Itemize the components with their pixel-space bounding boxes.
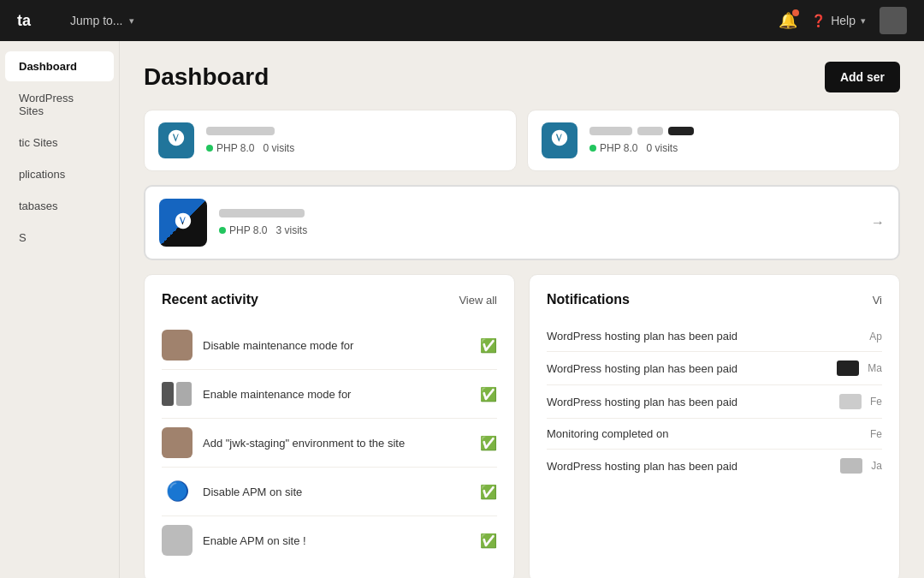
sites-grid: PHP 8.0 0 visits — [144, 110, 900, 171]
help-button[interactable]: ❓ Help ▾ — [811, 14, 866, 27]
activity-thumb-1 — [162, 330, 192, 361]
activity-item-3: Add "jwk-staging" environment to the sit… — [162, 419, 497, 468]
green-dot-2 — [589, 145, 596, 152]
recent-activity-title: Recent activity — [162, 292, 258, 307]
add-server-button[interactable]: Add ser — [825, 62, 900, 92]
notifications-title: Notifications — [547, 292, 630, 307]
notif-text-2: WordPress hosting plan has been paid — [547, 362, 828, 375]
avatar[interactable] — [880, 7, 907, 34]
main-layout: Dashboard WordPress Sites tic Sites plic… — [0, 41, 924, 578]
page-title: Dashboard — [144, 63, 269, 91]
site-meta-2: PHP 8.0 0 visits — [589, 142, 886, 154]
notif-item-4: Monitoring completed on Fe — [547, 419, 882, 450]
check-icon-1: ✅ — [480, 337, 497, 354]
wp-logo-featured — [159, 199, 207, 247]
site-card-1[interactable]: PHP 8.0 0 visits — [144, 110, 517, 171]
php-badge-1: PHP 8.0 — [206, 142, 254, 154]
wp-symbol-2 — [550, 128, 569, 152]
jump-to-button[interactable]: Jump to... ▾ — [62, 9, 143, 33]
activity-thumb-2 — [162, 378, 192, 409]
notif-date-2: Ma — [868, 362, 882, 374]
notif-date-5: Ja — [871, 460, 882, 472]
activity-text-4: Disable APM on site — [203, 486, 470, 498]
visits-2: 0 visits — [646, 142, 678, 154]
featured-site-card[interactable]: PHP 8.0 3 visits → — [144, 185, 900, 260]
visits-featured: 3 visits — [275, 224, 307, 236]
sidebar-item-applications[interactable]: plications — [5, 159, 114, 189]
notification-bell[interactable]: 🔔 — [779, 11, 797, 30]
activity-text-2: Enable maintenance mode for — [203, 388, 470, 401]
php-badge-featured: PHP 8.0 — [219, 224, 267, 236]
jump-to-label: Jump to... — [70, 14, 122, 27]
two-col-section: Recent activity View all Disable mainten… — [144, 274, 900, 578]
chevron-down-icon: ▾ — [861, 15, 866, 27]
notif-date-1: Ap — [869, 331, 882, 343]
chevron-down-icon: ▾ — [129, 15, 134, 27]
notifications-card: Notifications Vi WordPress hosting plan … — [529, 274, 900, 578]
notifications-header: Notifications Vi — [547, 292, 882, 307]
notif-text-3: WordPress hosting plan has been paid — [547, 396, 831, 408]
wp-symbol-featured — [174, 210, 192, 236]
check-icon-4: ✅ — [480, 484, 497, 500]
notif-item-1: WordPress hosting plan has been paid Ap — [547, 321, 882, 352]
sidebar-item-other[interactable]: S — [5, 223, 114, 253]
arrow-right-icon: → — [871, 215, 885, 230]
notif-text-1: WordPress hosting plan has been paid — [547, 330, 861, 343]
notif-date-4: Fe — [870, 428, 882, 440]
page-header: Dashboard Add ser — [144, 62, 900, 92]
php-version-2: PHP 8.0 — [600, 142, 637, 154]
sidebar: Dashboard WordPress Sites tic Sites plic… — [0, 41, 120, 578]
activity-item-1: Disable maintenance mode for ✅ — [162, 321, 497, 370]
check-icon-3: ✅ — [480, 435, 497, 451]
wp-symbol — [167, 128, 186, 152]
site-name-featured — [219, 209, 305, 217]
notif-thumb-2 — [837, 361, 859, 376]
site-name-1 — [206, 127, 275, 135]
php-version-1: PHP 8.0 — [216, 142, 254, 154]
notif-thumb-5 — [840, 458, 862, 474]
site-info-1: PHP 8.0 0 visits — [206, 127, 502, 154]
activity-text-1: Disable maintenance mode for — [203, 339, 470, 352]
site-card-2[interactable]: PHP 8.0 0 visits — [527, 110, 900, 171]
notif-date-3: Fe — [870, 396, 882, 408]
recent-activity-header: Recent activity View all — [162, 292, 497, 307]
visits-1: 0 visits — [263, 142, 294, 154]
notif-thumb-3 — [839, 394, 862, 409]
activity-thumb-4: 🔵 — [162, 476, 192, 507]
sidebar-item-databases[interactable]: tabases — [5, 191, 114, 221]
notif-item-5: WordPress hosting plan has been paid Ja — [547, 450, 882, 482]
notif-text-5: WordPress hosting plan has been paid — [547, 460, 832, 473]
help-circle-icon: ❓ — [811, 14, 826, 27]
notif-text-4: Monitoring completed on — [547, 427, 862, 440]
logo: ta — [17, 12, 31, 30]
notif-item-2: WordPress hosting plan has been paid Ma — [547, 352, 882, 385]
sidebar-item-wordpress-sites[interactable]: WordPress Sites — [5, 83, 114, 126]
top-nav-right: 🔔 ❓ Help ▾ — [779, 7, 907, 34]
notification-dot — [792, 9, 799, 16]
check-icon-5: ✅ — [480, 533, 497, 549]
php-badge-2: PHP 8.0 — [589, 142, 637, 154]
activity-thumb-3 — [162, 427, 192, 458]
activity-text-3: Add "jwk-staging" environment to the sit… — [203, 437, 470, 450]
activity-item-5: Enable APM on site ! ✅ — [162, 516, 497, 564]
php-version-featured: PHP 8.0 — [229, 224, 267, 236]
site-meta-1: PHP 8.0 0 visits — [206, 142, 502, 154]
activity-item-4: 🔵 Disable APM on site ✅ — [162, 468, 497, 516]
check-icon-2: ✅ — [480, 386, 497, 402]
green-dot-featured — [219, 227, 226, 234]
site-meta-featured: PHP 8.0 3 visits — [219, 224, 859, 236]
wp-logo-2 — [542, 122, 578, 158]
view-all-notifications-link[interactable]: Vi — [873, 294, 882, 307]
activity-text-5: Enable APM on site ! — [203, 534, 470, 547]
sidebar-item-static-sites[interactable]: tic Sites — [5, 128, 114, 158]
sidebar-item-dashboard[interactable]: Dashboard — [5, 51, 114, 81]
help-label: Help — [831, 14, 856, 27]
view-all-activity-link[interactable]: View all — [459, 294, 497, 307]
site-info-featured: PHP 8.0 3 visits — [219, 209, 859, 236]
green-dot-1 — [206, 145, 213, 152]
activity-thumb-5 — [162, 525, 192, 556]
top-navigation: ta Jump to... ▾ 🔔 ❓ Help ▾ — [0, 0, 924, 41]
recent-activity-card: Recent activity View all Disable mainten… — [144, 274, 515, 578]
notif-item-3: WordPress hosting plan has been paid Fe — [547, 385, 882, 419]
main-content: Dashboard Add ser PHP 8.0 0 visits — [120, 41, 924, 578]
